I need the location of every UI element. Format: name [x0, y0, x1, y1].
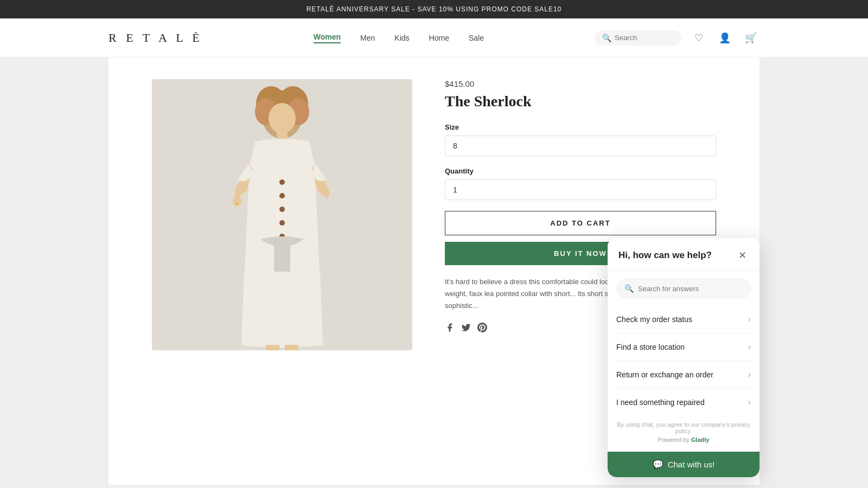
nav-item-women[interactable]: Women	[314, 33, 341, 43]
svg-rect-14	[274, 239, 290, 272]
nav-item-men[interactable]: Men	[360, 34, 375, 42]
svg-rect-17	[266, 345, 279, 350]
chat-menu-item-return-exchange[interactable]: Return or exchange an order ›	[616, 361, 751, 389]
chat-search[interactable]: 🔍	[616, 279, 751, 298]
chat-menu-label-return-exchange: Return or exchange an order	[616, 370, 713, 379]
search-input[interactable]	[615, 34, 680, 42]
chat-bubble-icon: 💬	[653, 459, 663, 470]
chat-menu-item-order-status[interactable]: Check my order status ›	[616, 306, 751, 333]
account-icon[interactable]: 👤	[716, 29, 733, 47]
add-to-cart-button[interactable]: ADD TO CART	[445, 211, 716, 235]
svg-point-11	[279, 220, 285, 226]
search-icon: 🔍	[602, 34, 611, 42]
chat-powered-by: Powered by Gladly	[616, 436, 751, 443]
chat-with-us-button[interactable]: 💬 Chat with us!	[608, 452, 760, 477]
chat-title: Hi, how can we help?	[618, 250, 712, 261]
wishlist-icon[interactable]: ♡	[690, 29, 707, 47]
chevron-right-icon-2: ›	[748, 370, 751, 380]
svg-point-6	[269, 103, 296, 133]
size-select[interactable]: 8	[445, 136, 716, 156]
cart-icon[interactable]: 🛒	[742, 29, 760, 47]
product-image-svg	[152, 79, 412, 350]
chevron-right-icon-3: ›	[748, 397, 751, 407]
header: R E T A L È Women Men Kids Home Sale 🔍 ♡…	[0, 18, 868, 57]
facebook-icon[interactable]	[445, 323, 455, 335]
chat-menu-label-store-location: Find a store location	[616, 343, 685, 351]
product-image	[152, 79, 412, 350]
header-actions: 🔍 ♡ 👤 🛒	[595, 29, 760, 47]
svg-point-10	[279, 207, 285, 212]
quantity-select[interactable]: 1	[445, 179, 716, 200]
announcement-bar: RETALÈ ANNIVERSARY SALE - SAVE 10% USING…	[0, 0, 868, 18]
chevron-right-icon-0: ›	[748, 314, 751, 324]
logo[interactable]: R E T A L È	[108, 31, 203, 45]
pinterest-icon[interactable]	[477, 323, 487, 335]
nav-item-kids[interactable]: Kids	[394, 34, 409, 42]
nav-item-sale[interactable]: Sale	[469, 34, 484, 42]
size-label: Size	[445, 123, 716, 131]
product-title: The Sherlock	[445, 93, 716, 110]
chat-menu-label-order-status: Check my order status	[616, 315, 692, 324]
chat-menu-item-store-location[interactable]: Find a store location ›	[616, 333, 751, 361]
chat-widget: Hi, how can we help? ✕ 🔍 Check my order …	[608, 238, 760, 477]
chat-close-button[interactable]: ✕	[736, 249, 749, 262]
chat-footer: By using chat, you agree to our company'…	[608, 416, 760, 452]
header-search[interactable]: 🔍	[595, 30, 681, 46]
quantity-label: Quantity	[445, 167, 716, 175]
chevron-right-icon-1: ›	[748, 342, 751, 352]
twitter-icon[interactable]	[461, 323, 471, 335]
chat-search-input[interactable]	[638, 285, 743, 293]
nav-item-home[interactable]: Home	[429, 34, 449, 42]
svg-point-9	[279, 193, 285, 198]
main-nav: Women Men Kids Home Sale	[314, 33, 484, 43]
svg-point-16	[236, 203, 238, 205]
chat-menu-item-repair[interactable]: I need something repaired ›	[616, 389, 751, 416]
svg-point-8	[279, 179, 285, 185]
svg-rect-18	[285, 345, 298, 350]
chat-menu-label-repair: I need something repaired	[616, 398, 705, 407]
chat-policy-text: By using chat, you agree to our company'…	[616, 421, 751, 434]
product-image-wrapper	[152, 79, 412, 350]
chat-header: Hi, how can we help? ✕	[608, 238, 760, 271]
chat-button-label: Chat with us!	[668, 460, 715, 469]
chat-search-icon: 🔍	[624, 284, 634, 293]
chat-menu: Check my order status › Find a store loc…	[608, 306, 760, 416]
product-price: $415.00	[445, 79, 716, 88]
announcement-text: RETALÈ ANNIVERSARY SALE - SAVE 10% USING…	[307, 5, 562, 13]
